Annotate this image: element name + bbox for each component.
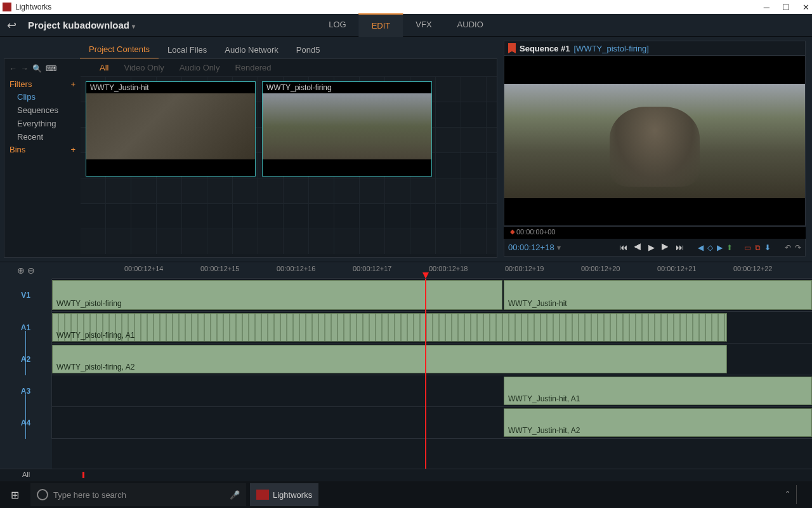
zoom-in-icon[interactable]: ⊕	[17, 265, 25, 276]
taskbar-search[interactable]: Type here to search 🎤	[30, 483, 246, 506]
tab-edit[interactable]: EDIT	[359, 13, 403, 37]
minimize-button[interactable]: ─	[764, 3, 769, 12]
timeline-clip[interactable]: WWTY_Justin-hit, A2	[504, 408, 812, 437]
clip-grid[interactable]: WWTY_Justin-hit WWTY_pistol-firing	[81, 76, 497, 254]
ruler-tick: 00:00:12+17	[353, 265, 391, 272]
ctab-project-contents[interactable]: Project Contents	[80, 41, 159, 59]
back-icon[interactable]: ↩	[0, 18, 23, 32]
content-tabs: Project Contents Local Files Audio Netwo…	[4, 41, 497, 58]
timeline-scrollbar[interactable]	[52, 469, 812, 481]
ruler-tick: 00:00:12+20	[581, 265, 620, 272]
window-controls: ─ ☐ ✕	[764, 3, 809, 12]
ruler-tick: 00:00:12+21	[657, 265, 696, 272]
clip-image	[86, 93, 255, 159]
goto-start-icon[interactable]: ⏮	[619, 243, 627, 252]
mic-icon[interactable]: 🎤	[230, 490, 240, 500]
sidebar-item-recent[interactable]: Recent	[10, 130, 75, 144]
nav-forward-icon[interactable]: →	[21, 64, 29, 73]
timeline-ruler[interactable]: 00:00:12+14 00:00:12+15 00:00:12+16 00:0…	[52, 262, 812, 279]
close-button[interactable]: ✕	[802, 3, 809, 12]
timeline-tracks[interactable]: WWTY_pistol-firing WWTY_Justin-hit WWTY_…	[52, 279, 812, 469]
marker-icon[interactable]: ⬆	[726, 243, 733, 252]
track-a4[interactable]: WWTY_Justin-hit, A2	[52, 407, 812, 439]
tab-vfx[interactable]: VFX	[403, 13, 444, 37]
timecode-display[interactable]: 00:00:12+18	[508, 243, 554, 252]
viewer-video[interactable]	[504, 56, 806, 226]
zoom-out-icon[interactable]: ⊖	[27, 265, 35, 276]
playhead-marker-icon: ◆	[510, 228, 515, 235]
step-back-icon[interactable]: ⯇	[634, 243, 642, 252]
timeline-all-label[interactable]: All	[0, 469, 52, 481]
timeline-clip[interactable]: WWTY_pistol-firing	[52, 280, 502, 310]
filter-all[interactable]: All	[100, 63, 108, 72]
chevron-down-icon[interactable]: ▾	[557, 243, 561, 252]
mark-in-icon[interactable]: ◀	[698, 243, 704, 252]
cortana-icon	[37, 489, 48, 500]
app-root: ↩ Project kubadownload ▾ LOG EDIT VFX AU…	[0, 14, 812, 481]
track-label-a4[interactable]: A4	[0, 407, 52, 439]
tray-chevron-icon[interactable]: ˄	[785, 490, 790, 500]
timeline-body: V1 A1 A2 A3 A4 WWTY_pistol-firing WWTY_J…	[0, 279, 812, 469]
add-bin-icon[interactable]: +	[70, 145, 75, 154]
goto-end-icon[interactable]: ⏭	[676, 243, 684, 252]
app-icon	[256, 490, 269, 500]
top-bar: ↩ Project kubadownload ▾ LOG EDIT VFX AU…	[0, 14, 812, 37]
search-icon[interactable]: 🔍	[32, 64, 42, 73]
track-label-a1[interactable]: A1	[0, 312, 52, 344]
scrub-bar[interactable]: ◆ 00:00:00+00	[504, 226, 806, 239]
timeline-clip[interactable]: WWTY_pistol-firing, A2	[52, 345, 727, 373]
video-frame	[504, 84, 805, 198]
filter-video-only[interactable]: Video Only	[124, 63, 164, 72]
ctab-pond5[interactable]: Pond5	[287, 41, 329, 58]
mark-clear-icon[interactable]: ◇	[707, 243, 713, 252]
ruler-tick: 00:00:12+19	[505, 265, 544, 272]
playhead[interactable]	[425, 279, 426, 469]
sidebar-item-everything[interactable]: Everything	[10, 117, 75, 130]
track-label-v1[interactable]: V1	[0, 279, 52, 312]
tab-audio[interactable]: AUDIO	[445, 13, 496, 37]
keyboard-icon[interactable]: ⌨	[46, 64, 56, 73]
bins-header[interactable]: Bins +	[10, 144, 75, 156]
mark-out-icon[interactable]: ▶	[717, 243, 723, 252]
insert-icon[interactable]: ⬇	[764, 243, 771, 252]
play-icon[interactable]: ▶	[648, 243, 655, 252]
ribbon-icon	[508, 43, 516, 53]
taskbar-app-button[interactable]: Lightworks	[250, 483, 318, 506]
viewer-panel: Sequence #1 [WWTY_pistol-firing] ◆ 00:00…	[501, 37, 812, 262]
track-v1[interactable]: WWTY_pistol-firing WWTY_Justin-hit	[52, 279, 812, 312]
tab-log[interactable]: LOG	[316, 13, 358, 37]
sidebar-item-clips[interactable]: Clips	[10, 90, 75, 104]
track-label-a2[interactable]: A2	[0, 344, 52, 375]
add-filter-icon[interactable]: +	[70, 79, 75, 89]
maximize-button[interactable]: ☐	[782, 3, 790, 12]
remove-icon[interactable]: ▭	[744, 243, 751, 252]
track-a2[interactable]: WWTY_pistol-firing, A2	[52, 344, 812, 375]
project-title[interactable]: Project kubadownload ▾	[23, 20, 140, 30]
redo-icon[interactable]: ↷	[795, 243, 801, 252]
timeline-clip[interactable]: WWTY_Justin-hit	[504, 280, 812, 310]
filters-header[interactable]: Filters +	[10, 78, 75, 90]
ctab-local-files[interactable]: Local Files	[159, 41, 216, 58]
sequence-label: Sequence #1	[520, 44, 570, 53]
start-button[interactable]: ⊞	[0, 481, 29, 508]
track-label-a3[interactable]: A3	[0, 375, 52, 407]
undo-icon[interactable]: ↶	[785, 243, 791, 252]
clip-thumbnail[interactable]: WWTY_Justin-hit	[86, 81, 256, 177]
track-a3[interactable]: WWTY_Justin-hit, A1	[52, 375, 812, 407]
clip-image	[263, 93, 431, 159]
timeline-clip[interactable]: WWTY_pistol-firing, A1	[52, 313, 727, 342]
sidebar-item-sequences[interactable]: Sequences	[10, 104, 75, 117]
clip-label: WWTY_pistol-firing	[263, 82, 431, 93]
step-forward-icon[interactable]: ⯈	[661, 243, 669, 252]
nav-back-icon[interactable]: ←	[10, 64, 17, 73]
delete-icon[interactable]: ⧉	[755, 243, 761, 252]
show-desktop[interactable]	[796, 485, 803, 504]
viewer-header[interactable]: Sequence #1 [WWTY_pistol-firing]	[504, 41, 806, 56]
scroll-thumb[interactable]	[82, 472, 84, 478]
timeline-clip[interactable]: WWTY_Justin-hit, A1	[504, 377, 812, 405]
filter-audio-only[interactable]: Audio Only	[180, 63, 220, 72]
ctab-audio-network[interactable]: Audio Network	[216, 41, 287, 58]
track-a1[interactable]: WWTY_pistol-firing, A1	[52, 312, 812, 344]
filter-rendered[interactable]: Rendered	[235, 63, 271, 72]
clip-thumbnail[interactable]: WWTY_pistol-firing	[262, 81, 432, 177]
